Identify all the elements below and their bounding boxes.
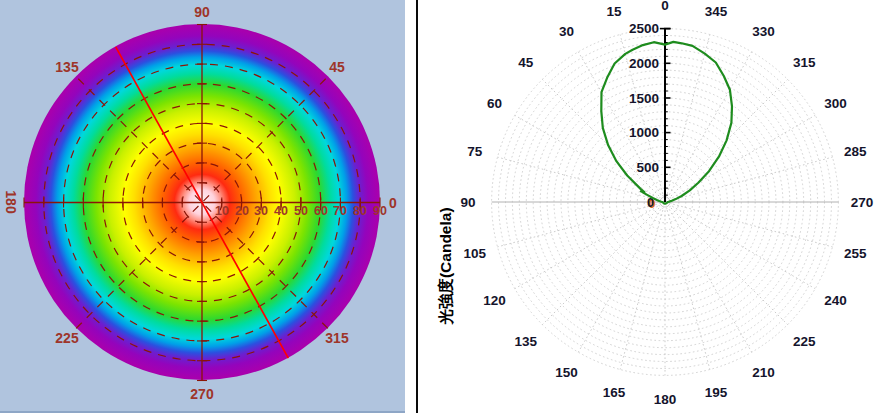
left-angle-label-90: 90 bbox=[194, 5, 210, 19]
spoke-120 bbox=[515, 202, 665, 289]
left-radial-label-70: 70 bbox=[333, 205, 347, 218]
angle-label-195: 195 bbox=[705, 385, 728, 400]
angle-label-225: 225 bbox=[793, 334, 816, 349]
spoke-255 bbox=[665, 202, 833, 247]
angle-label-150: 150 bbox=[555, 365, 578, 380]
spoke-135 bbox=[542, 202, 665, 325]
polar-line-chart: 0050010001500200025000153045607590105120… bbox=[420, 0, 889, 413]
r-label-1500: 1500 bbox=[629, 91, 659, 106]
r-label-500: 500 bbox=[636, 160, 659, 175]
angle-label-210: 210 bbox=[752, 365, 775, 380]
angle-label-315: 315 bbox=[793, 55, 816, 70]
r-label-2000: 2000 bbox=[629, 56, 659, 71]
angle-label-330: 330 bbox=[752, 24, 775, 39]
angle-label-270: 270 bbox=[851, 195, 874, 210]
angle-label-345: 345 bbox=[705, 4, 728, 19]
intensity-heatmap[interactable] bbox=[24, 24, 380, 380]
angle-label-255: 255 bbox=[844, 246, 867, 261]
spoke-105 bbox=[498, 202, 666, 247]
angle-label-240: 240 bbox=[824, 293, 847, 308]
left-radial-label-40: 40 bbox=[274, 205, 288, 218]
angle-label-0: 0 bbox=[661, 0, 669, 13]
left-angle-label-180: 180 bbox=[4, 190, 18, 213]
left-angle-label-0: 0 bbox=[389, 196, 397, 210]
left-radial-label-50: 50 bbox=[294, 205, 308, 218]
angle-label-90: 90 bbox=[460, 195, 475, 210]
angle-label-300: 300 bbox=[824, 96, 847, 111]
divider-line bbox=[416, 0, 418, 413]
spoke-150 bbox=[578, 202, 665, 352]
left-radial-label-10: 10 bbox=[215, 205, 229, 218]
r-label-1000: 1000 bbox=[629, 125, 659, 140]
angle-label-30: 30 bbox=[559, 24, 574, 39]
angle-label-45: 45 bbox=[518, 55, 534, 70]
left-angle-label-135: 135 bbox=[55, 60, 78, 74]
angle-label-15: 15 bbox=[606, 4, 622, 19]
angle-label-285: 285 bbox=[844, 144, 867, 159]
spoke-300 bbox=[665, 115, 815, 202]
polar-heatmap-panel: 04590135180225270315102030405060708090 bbox=[0, 0, 405, 413]
left-radial-label-90: 90 bbox=[373, 205, 387, 218]
angle-label-75: 75 bbox=[467, 144, 483, 159]
angle-label-180: 180 bbox=[654, 392, 677, 407]
left-radial-label-60: 60 bbox=[314, 205, 328, 218]
left-radial-label-80: 80 bbox=[353, 205, 367, 218]
r-label-2500: 2500 bbox=[629, 21, 659, 36]
angle-label-105: 105 bbox=[463, 246, 486, 261]
spoke-225 bbox=[665, 202, 788, 325]
left-angle-label-315: 315 bbox=[325, 331, 348, 345]
photometric-viewer: 04590135180225270315102030405060708090 光… bbox=[0, 0, 889, 413]
left-radial-label-30: 30 bbox=[254, 205, 268, 218]
angle-label-165: 165 bbox=[603, 385, 626, 400]
spoke-195 bbox=[665, 202, 710, 370]
left-angle-label-225: 225 bbox=[55, 331, 78, 345]
left-radial-label-20: 20 bbox=[235, 205, 249, 218]
angle-label-60: 60 bbox=[487, 96, 502, 111]
spoke-165 bbox=[620, 202, 665, 370]
panel-divider bbox=[405, 0, 420, 413]
angle-label-120: 120 bbox=[483, 293, 506, 308]
spoke-285 bbox=[665, 157, 833, 202]
angle-label-135: 135 bbox=[514, 334, 537, 349]
left-angle-label-270: 270 bbox=[190, 387, 213, 401]
polar-line-panel: 光強度(Candela) 005001000150020002500015304… bbox=[420, 0, 889, 413]
left-angle-label-45: 45 bbox=[329, 60, 345, 74]
